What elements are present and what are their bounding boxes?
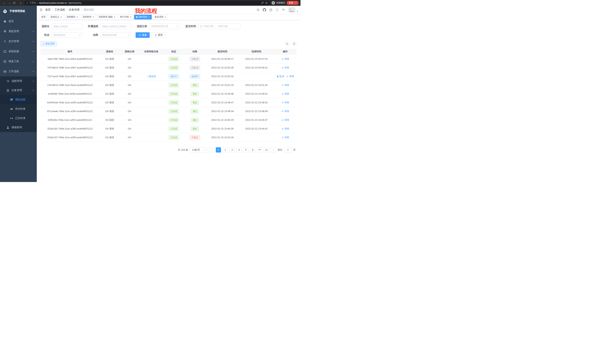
cell-end-time: 2022-01-22 23:46:53: [239, 98, 274, 107]
font-size-icon[interactable]: T: [282, 8, 285, 11]
tab-my-process[interactable]: 我的流程×: [134, 15, 152, 19]
hamburger-menu-icon[interactable]: [39, 8, 43, 11]
page-button-1[interactable]: 1: [216, 147, 221, 153]
search-button[interactable]: 搜索: [136, 32, 150, 38]
prev-page-button[interactable]: ‹: [209, 147, 214, 153]
tab-process-form-edit[interactable]: 流程表单-编辑×: [97, 15, 117, 19]
sidebar-item-devtools[interactable]: 研发工具▾: [0, 56, 37, 67]
sidebar-item-leave-query[interactable]: 请假查询: [0, 123, 37, 132]
sidebar-item-system[interactable]: 系统管理▾: [0, 26, 37, 36]
breadcrumb-workflow[interactable]: 工作流程: [55, 8, 65, 11]
end-date-placeholder: 结束日期: [218, 25, 228, 28]
tab-home[interactable]: 首页: [39, 15, 48, 19]
chevron-down-icon: ▾: [33, 50, 34, 52]
cell-actions: 详情: [274, 107, 297, 115]
column-header: 流程名: [99, 49, 120, 55]
tab-user-group[interactable]: 用户分组×: [118, 15, 133, 19]
cell-status: 已完成: [163, 55, 184, 63]
page-button-2[interactable]: 2: [223, 147, 228, 153]
tab-start-process[interactable]: 发起流程×: [153, 15, 168, 19]
close-tab-icon[interactable]: ×: [60, 16, 62, 18]
toggle-search-button[interactable]: [285, 41, 290, 46]
page-list: 123456•••11: [216, 147, 269, 153]
cell-id: 03c6c157-7b9a-11ec-a290-acde48001122: [40, 133, 99, 142]
sidebar-item-done-tasks[interactable]: 已办任务: [0, 114, 37, 123]
close-tab-icon[interactable]: ×: [92, 16, 94, 18]
forward-button[interactable]: →: [7, 1, 11, 4]
cell-category: OA: [120, 55, 139, 63]
bookmark-star-icon[interactable]: [265, 1, 268, 4]
next-page-button[interactable]: ›: [271, 147, 276, 153]
close-tab-icon[interactable]: ×: [148, 16, 150, 18]
cell-name: OA 请假: [99, 98, 120, 107]
avatar[interactable]: [288, 7, 295, 13]
process-name-input[interactable]: [53, 25, 80, 28]
incognito-label: 无痕模式: [276, 1, 285, 4]
cell-result: 处理中: [184, 72, 206, 81]
sidebar-item-label: 请假查询: [11, 126, 22, 129]
goto-label: 前往: [278, 148, 282, 152]
cell-actions: 取消详情: [274, 72, 297, 81]
goto-page-input[interactable]: [284, 147, 291, 153]
back-button[interactable]: ←: [2, 1, 6, 4]
sidebar-item-infrastructure[interactable]: 基础设施▾: [0, 46, 37, 56]
page-button-4[interactable]: 4: [236, 147, 242, 153]
github-icon[interactable]: [263, 8, 266, 11]
detail-link[interactable]: 详情: [281, 84, 289, 87]
close-tab-icon[interactable]: ×: [130, 16, 131, 18]
sidebar-item-workflow[interactable]: 工作流程▾: [0, 67, 37, 77]
sidebar-item-my-process[interactable]: 我的流程: [0, 95, 37, 104]
detail-link[interactable]: 详情: [281, 57, 289, 61]
create-process-button[interactable]: + 发起流程: [40, 41, 57, 46]
process-definition-input[interactable]: [102, 25, 129, 28]
result-select[interactable]: 请选择流结果 ▾: [100, 32, 131, 38]
key-icon[interactable]: [261, 1, 264, 4]
reset-button[interactable]: 重置: [151, 32, 166, 38]
detail-link[interactable]: 详情: [281, 66, 289, 69]
breadcrumb-home[interactable]: 首页: [45, 8, 50, 11]
detail-link[interactable]: 详情: [281, 110, 289, 113]
sidebar-item-payment[interactable]: ¥支付管理▾: [0, 36, 37, 46]
close-tab-icon[interactable]: ×: [77, 16, 78, 18]
filter-label: 流程分类: [136, 25, 147, 28]
tab-process-form[interactable]: 流程表单×: [80, 15, 96, 19]
detail-link[interactable]: 详情: [281, 101, 289, 104]
tab-process-definition[interactable]: 流程定义×: [49, 15, 64, 19]
detail-link[interactable]: 详情: [281, 118, 289, 122]
help-icon[interactable]: ?: [269, 8, 272, 11]
browser-home-button[interactable]: ⌂: [19, 1, 23, 4]
status-select[interactable]: 请选择状态 ▾: [51, 32, 82, 38]
fullscreen-icon[interactable]: [276, 8, 279, 11]
page-ellipsis[interactable]: •••: [257, 147, 262, 153]
detail-link[interactable]: 详情: [281, 127, 289, 130]
page-button-11[interactable]: 11: [264, 147, 269, 153]
category-select[interactable]: 请选择流程分类 ▾: [149, 24, 180, 29]
address-bar[interactable]: ⚠ 不安全 dashboard.yudao.iocoder.cn /bpm/ta…: [24, 1, 270, 5]
detail-link[interactable]: 详情: [286, 75, 294, 78]
browser-menu-icon[interactable]: ⋮: [295, 1, 297, 4]
close-tab-icon[interactable]: ×: [114, 16, 115, 18]
breadcrumb-task-management[interactable]: 任务管理: [69, 8, 80, 11]
update-button[interactable]: 更新 ⋮: [287, 1, 299, 5]
page-button-3[interactable]: 3: [230, 147, 235, 153]
close-tab-icon[interactable]: ×: [165, 16, 166, 18]
sidebar-item-task-management[interactable]: 任务管理▾: [0, 86, 37, 95]
search-button-icon: [139, 34, 141, 36]
tab-process-model[interactable]: 流程模型×: [65, 15, 80, 19]
detail-link[interactable]: 详情: [281, 136, 289, 139]
submit-time-range-picker[interactable]: 开始日期 - 结束日期: [198, 24, 241, 29]
page-button-6[interactable]: 6: [250, 147, 255, 153]
browser-refresh-button[interactable]: [13, 2, 17, 4]
sidebar-item-home[interactable]: 首页: [0, 16, 37, 26]
cell-id: 7470a810-7b9b-11ec-b5b7-acde48001122: [40, 63, 99, 72]
page-size-select[interactable]: 10条/页 ▾: [190, 147, 207, 153]
search-icon[interactable]: [257, 8, 260, 11]
page-button-5[interactable]: 5: [243, 147, 249, 153]
sidebar-item-todo-tasks[interactable]: 待办任务: [0, 104, 37, 114]
user-menu-caret-icon[interactable]: ▾: [297, 10, 298, 13]
current-task-link[interactable]: 一级审批: [147, 75, 156, 78]
detail-link[interactable]: 详情: [281, 92, 289, 96]
refresh-table-button[interactable]: [291, 41, 297, 46]
cancel-link[interactable]: 取消: [277, 75, 284, 78]
sidebar-item-process-management[interactable]: 流程管理▾: [0, 77, 37, 86]
